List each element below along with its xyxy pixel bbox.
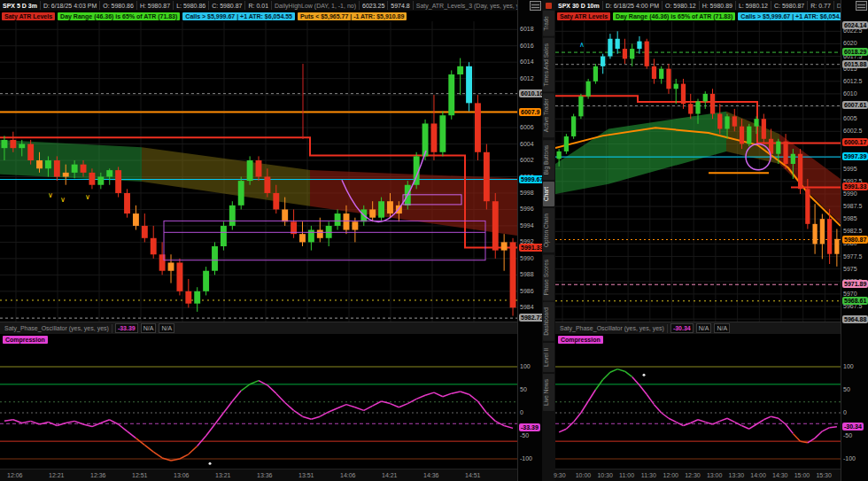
candle-body [168,262,174,270]
header-field: C: 5980.87 [771,1,808,10]
oscillator-line [276,393,285,402]
time-label: 12:21 [49,472,65,478]
sidebar-tab-chart[interactable]: Chart [543,182,554,206]
candle-body [754,119,758,126]
time-label: 12:06 [7,472,23,478]
price-bubble: 6000.17 [842,138,868,146]
left-chart-header: SPX 5 D 3mD: 6/18/25 4:03 PMO: 5980.86H:… [0,0,542,11]
candle-body [681,84,686,105]
ema-ribbon [555,128,608,193]
right-time-axis: 9:3010:0010:3011:0011:3012:0012:3013:001… [555,469,841,481]
oscillator-na2: N/A [159,323,174,333]
price-tick-label: 5985 [843,215,857,221]
candle-body [176,262,182,291]
candle-body [645,42,649,66]
oscillator-tick-label: -50 [520,432,529,438]
left-main-chart[interactable]: ∨∨∨ [0,21,517,322]
time-label: 13:36 [257,472,273,478]
sidebar-tab-option-chain[interactable]: Option Chain [543,208,554,252]
candle-body [317,230,323,238]
price-bubble: 6024.14 [842,21,868,29]
candle-body [335,213,341,226]
price-tick-label: 5998 [520,190,534,196]
candle-body [2,140,8,148]
price-tick-label: 6018 [520,26,534,32]
sidebar-tab-dashboard[interactable]: Dashboard [543,302,554,341]
oscillator-line [654,405,661,413]
price-tick-label: 6002.5 [843,128,862,134]
candle-body [630,49,634,58]
oscillator-line [13,420,22,423]
oscillator-line [477,401,486,413]
sidebar-tab-times-and-sales[interactable]: Times And Sales [543,38,554,92]
oscillator-line [574,413,581,422]
workspace-icon[interactable] [546,3,552,9]
oscillator-line [83,424,92,427]
time-label: 10:30 [597,472,613,478]
candle-body [805,189,810,224]
time-label: 12:00 [663,472,679,478]
oscillator-line [206,424,215,436]
left-time-axis: 12:0612:2112:3612:5113:0613:2113:3613:51… [0,469,517,481]
candle-body [344,213,350,229]
candle-body [448,74,454,115]
candle-body [264,177,270,193]
header-field: O: 5980.12 [663,1,700,10]
candle-body [578,97,583,117]
sidebar-tab-big-buttons[interactable]: Big Buttons [543,140,554,180]
left-atr-badges: Saty ATR LevelsDay Range (46.36) is 65% … [0,11,542,21]
price-tick-label: 6010 [843,90,857,97]
candle-body [593,66,598,81]
oscillator-line [662,413,669,418]
candle-body [475,103,481,151]
price-tick-label: 5986 [520,288,534,294]
price-bubble: 6015.88 [842,60,868,68]
candle-body [151,238,157,254]
candle-body [115,170,121,193]
candle-body [308,230,314,243]
time-label: 13:51 [298,472,314,478]
oscillator-line [669,418,676,422]
header-field: L: 5980.12 [736,1,771,10]
left-oscillator-chart[interactable] [0,333,517,469]
oscillator-na2: N/A [714,323,730,333]
candle-body [827,219,832,254]
oscillator-line [469,394,478,401]
atr-level-badge: Saty ATR Levels [557,12,610,20]
oscillator-line [830,427,837,428]
time-label: 13:06 [174,472,190,478]
oscillator-line [727,418,734,422]
right-price-axis[interactable]: 59655967.559705972.559755977.559805982.5… [841,0,868,481]
candle-body [221,226,227,246]
time-label: 10:00 [576,472,592,478]
oscillator-line [808,438,815,443]
candle-body [501,242,508,250]
sidebar-tab-level-ii[interactable]: Level II [543,343,554,372]
chart-grid-icon[interactable] [856,1,867,11]
candle-body [688,104,693,113]
oscillator-line [329,408,337,412]
candle-body [674,84,678,89]
chart-grid-icon[interactable] [530,1,541,11]
sidebar-tab-live-news[interactable]: Live News [543,374,554,411]
right-oscillator-chart[interactable] [555,333,841,469]
oscillator-tick-label: -50 [843,432,852,438]
sidebar-tab-trade[interactable]: Trade [543,11,554,36]
candle-body [124,193,130,213]
oscillator-line [617,369,624,372]
sidebar-tab-active-trader[interactable]: Active Trader [543,93,554,137]
right-main-chart[interactable]: ∧ [555,21,841,322]
candle-body [238,181,244,206]
candle-body [369,209,376,217]
atr-level-badge: Saty ATR Levels [2,12,55,20]
sidebar-tab-phase-scores[interactable]: Phase Scores [543,254,554,300]
oscillator-signal-dot [643,374,646,376]
candle-body [36,160,43,168]
price-tick-label: 5996 [520,206,534,212]
oscillator-line [66,421,74,423]
left-price-axis[interactable]: 5984598659885990599259945996599860006002… [517,0,543,481]
price-tick-label: 5982.5 [843,228,862,234]
candle-body [510,242,516,307]
time-label: 9:30 [554,472,566,478]
time-label: 11:00 [619,472,634,478]
